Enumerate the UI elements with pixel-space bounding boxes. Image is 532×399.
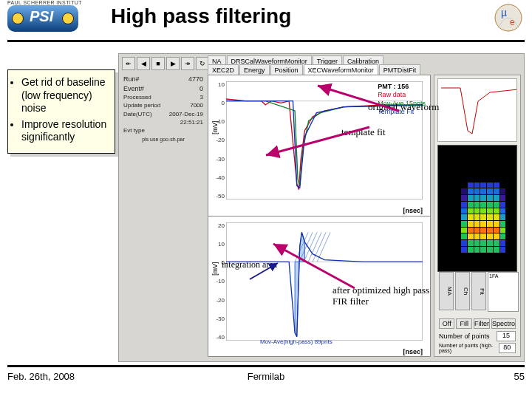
tab[interactable]: Energy	[239, 64, 270, 75]
tab[interactable]: XECWaveformMonitor	[304, 64, 378, 75]
svg-line-13	[266, 127, 369, 155]
mini-waveform	[437, 78, 517, 142]
nav-last-button[interactable]: ↠	[181, 57, 194, 70]
footer-venue: Fermilab	[0, 371, 532, 382]
info-processed: 3	[200, 93, 203, 101]
info-time: 22:51:21	[180, 118, 203, 126]
yticks-top: 100-10-20-30-40-50	[214, 81, 225, 200]
experiment-badge-icon: µe	[494, 3, 523, 33]
btn-spectro[interactable]: Spectro	[491, 318, 516, 329]
btn-filter[interactable]: Filter	[474, 318, 490, 329]
hp-input[interactable]: 80	[499, 343, 516, 353]
ylabel: [mV]	[211, 120, 219, 134]
slide-title: High pass filtering	[111, 4, 291, 28]
info-event: 0	[200, 84, 203, 94]
header-rule	[7, 40, 525, 42]
nav-next-button[interactable]: ▶	[166, 57, 180, 70]
btn-fill[interactable]: Fill	[456, 318, 471, 329]
footer-page: 55	[514, 371, 525, 382]
summary-note: Get rid of baseline (low frequency) nois…	[7, 69, 115, 154]
tab[interactable]: Position	[270, 64, 303, 75]
tab-row-2: XEC2D Energy Position XECWaveformMonitor…	[208, 64, 420, 75]
toolbar: ↞ ◀ ■ ▶ ↠ ↻	[122, 57, 209, 70]
ylabel: [mV]	[211, 262, 219, 276]
note-item: Improve resolution significantly	[21, 118, 110, 144]
hp-label: Number of points (high-pass)	[439, 343, 499, 353]
nav-stop-button[interactable]: ■	[151, 57, 165, 70]
chart-annot: Mov-Ave(high-pass) 89pnts	[260, 338, 332, 345]
note-item: Get rid of baseline (low frequency) nois…	[21, 76, 110, 115]
info-run: 4770	[188, 75, 203, 84]
svg-text:µ: µ	[501, 7, 507, 18]
xlabel: [nsec]	[403, 207, 423, 214]
btn-off[interactable]: Off	[439, 318, 454, 329]
bar-btn[interactable]: Ch	[455, 272, 470, 310]
logo-text: PSI	[30, 8, 53, 25]
side-indicator: 1FA	[488, 272, 519, 312]
yticks-bot: 20100-10-20-30-40	[214, 222, 225, 341]
info-update: 7000	[190, 101, 203, 109]
points-label: Number of points	[439, 332, 490, 340]
arrow-original	[310, 80, 414, 124]
tab[interactable]: XEC2D	[208, 64, 239, 75]
arrow-integration	[245, 259, 290, 288]
nav-prev-button[interactable]: ◀	[137, 57, 150, 70]
arrow-template	[259, 118, 384, 163]
logo-institute-text: PAUL SCHERRER INSTITUT	[7, 0, 82, 5]
side-controls: Off Fill Filter Spectro Number of points…	[439, 316, 516, 353]
psi-logo: PAUL SCHERRER INSTITUT PSI	[7, 0, 82, 32]
info-date: 2007-Dec-19	[169, 110, 203, 118]
points-input[interactable]: 15	[497, 331, 516, 341]
pmt-heatmap	[437, 145, 517, 272]
svg-line-16	[250, 263, 278, 279]
event-info-panel: Run#4770 Event#0 Processed3 Update perio…	[123, 75, 203, 143]
nav-first-button[interactable]: ↞	[122, 57, 135, 70]
bar-btn[interactable]: Fit	[471, 272, 486, 310]
xlabel: [nsec]	[403, 348, 423, 355]
footer-rule	[7, 365, 525, 367]
tab[interactable]: PMTDistFit	[379, 64, 421, 75]
svg-line-14	[318, 86, 399, 111]
side-panel: MA Ch Fit 1FA Off Fill Filter Spectro Nu…	[434, 75, 521, 357]
info-type: pls use goo-sh.par	[123, 136, 203, 143]
